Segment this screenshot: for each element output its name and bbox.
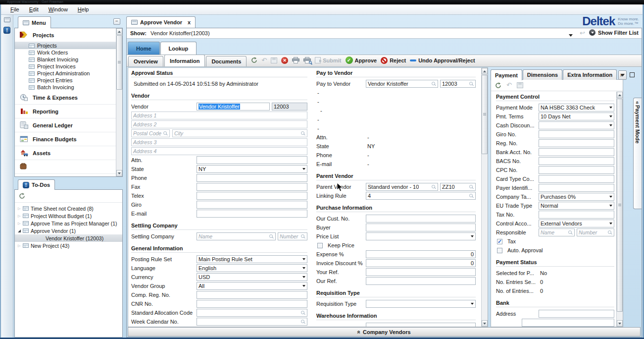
number-input[interactable]: 0	[366, 250, 476, 258]
text-input[interactable]	[197, 183, 307, 191]
panel-tab-payment[interactable]: Payment	[491, 69, 522, 80]
text-input[interactable]	[197, 291, 307, 299]
sidebar-item-project-entries[interactable]: Project Entries	[15, 77, 116, 84]
text-input[interactable]	[197, 201, 307, 209]
dropdown-state[interactable]: NY	[197, 165, 307, 173]
sidebar-item-blanket-invoicing[interactable]: Blanket Invoicing	[15, 56, 116, 63]
scroll-down-icon[interactable]	[617, 320, 623, 327]
text-input[interactable]	[539, 184, 614, 192]
scroll-down-icon[interactable]	[116, 170, 122, 176]
text-input[interactable]	[197, 210, 307, 218]
checkbox-tax[interactable]	[497, 239, 502, 244]
sidebar-item-project-invoices[interactable]: Project Invoices	[15, 63, 116, 70]
panel-tab-extra-information[interactable]: Extra Information	[563, 69, 617, 80]
text-input[interactable]	[539, 139, 614, 147]
lookup-number-input[interactable]: Number	[278, 232, 307, 240]
sidebar-module-time-expenses[interactable]: Time & Expenses	[15, 91, 116, 105]
menu-edit[interactable]: Edit	[25, 5, 43, 13]
text-input[interactable]	[539, 157, 614, 165]
sidebar-collapse-button[interactable]: −	[113, 18, 120, 25]
submit-button[interactable]: Submit	[315, 57, 341, 63]
dropdown-currency[interactable]: USD	[197, 273, 307, 281]
text-input[interactable]	[522, 319, 614, 327]
dropdown-price-list[interactable]	[366, 232, 476, 240]
search-input[interactable]	[197, 318, 307, 326]
expand-arrow-icon[interactable]: ▷	[18, 214, 23, 218]
subtab-information[interactable]: Information	[164, 55, 205, 66]
text-input[interactable]	[366, 215, 476, 223]
notifications-icon[interactable]: !	[3, 27, 10, 34]
scroll-up-icon[interactable]	[617, 92, 623, 98]
text-input[interactable]	[197, 174, 307, 182]
sidebar-item-project-administration[interactable]: Project Administration	[15, 70, 116, 77]
dropdown-payment-mode[interactable]: NA HSBC 3363 Check	[539, 104, 614, 112]
maximize-panel-icon[interactable]	[630, 72, 635, 77]
show-dropdown-icon[interactable]	[569, 32, 573, 38]
lookup-name-input[interactable]: Name	[197, 232, 276, 240]
lookup-number-input[interactable]: Number	[577, 228, 614, 236]
undo-icon[interactable]: ↶	[261, 57, 267, 63]
approve-button[interactable]: ✓Approve	[346, 56, 377, 64]
text-input[interactable]	[197, 156, 307, 164]
menu-help[interactable]: Help	[73, 5, 94, 13]
refresh-icon[interactable]	[251, 57, 257, 63]
text-input[interactable]	[539, 211, 614, 219]
tab-lookup[interactable]: Lookup	[160, 42, 197, 55]
address-input[interactable]: Address 1	[131, 112, 307, 119]
todo-item[interactable]: ▷Time Sheet not Created (8)	[15, 205, 122, 212]
expand-panel-icon[interactable]: »	[620, 71, 624, 78]
subtab-documents[interactable]: Documents	[206, 56, 247, 66]
reject-button[interactable]: Reject	[381, 57, 406, 64]
text-input[interactable]	[539, 310, 614, 318]
save-icon[interactable]	[271, 57, 277, 63]
vendor-name-input[interactable]: Vendor Kristoffer	[197, 103, 270, 111]
text-input[interactable]	[366, 323, 476, 327]
search-input[interactable]	[197, 309, 307, 317]
text-input[interactable]	[197, 192, 307, 200]
text-input[interactable]	[366, 277, 476, 285]
company-vendors-bar[interactable]: « Company Vendors	[128, 327, 641, 337]
undo-approval-button[interactable]: Undo Approval/Reject	[410, 57, 475, 63]
text-input[interactable]	[539, 166, 614, 174]
address-input[interactable]: Address 3	[131, 138, 307, 146]
close-tab-icon[interactable]: x	[188, 19, 191, 25]
expand-arrow-icon[interactable]: ▷	[18, 244, 23, 248]
lookup-number-input[interactable]: 12003	[440, 80, 476, 88]
text-input[interactable]	[539, 175, 614, 183]
dropdown-pmt-terms[interactable]: 10 Days Net	[539, 113, 614, 120]
address-input[interactable]: Address 4	[131, 147, 307, 155]
number-input[interactable]: 0	[366, 259, 476, 267]
sidebar-module-general-ledger[interactable]: General Ledger	[15, 118, 116, 132]
lookup-name-input[interactable]: Vendor Kristoffer	[366, 80, 438, 88]
show-filter-list-button[interactable]: Show Filter List	[589, 29, 639, 36]
panel-tab-dimensions[interactable]: Dimensions	[523, 69, 562, 80]
sidebar-item-batch-invoicing[interactable]: Batch Invoicing	[15, 84, 116, 91]
lookup-number-input[interactable]: ZZ10	[440, 183, 476, 191]
sidebar-module-more[interactable]	[15, 160, 116, 174]
dropdown-eu-trade-type[interactable]: Normal	[539, 202, 614, 210]
save-icon[interactable]	[517, 82, 523, 88]
text-input[interactable]	[539, 148, 614, 156]
text-input[interactable]	[366, 268, 476, 276]
sidebar-item-projects[interactable]: Projects	[15, 42, 116, 49]
menu-panel-tab[interactable]: Menu	[18, 16, 51, 28]
sidebar-module-assets[interactable]: Assets	[15, 146, 116, 160]
postal-code-input[interactable]: Postal Code	[131, 129, 170, 137]
payment-mode-side-tab[interactable]: « Payment Mode	[633, 98, 642, 209]
dropdown-control-acco-[interactable]: External Vendors	[539, 220, 614, 227]
sidebar-module-reporting[interactable]: Reporting	[15, 105, 116, 118]
subtab-overview[interactable]: Overview	[128, 56, 163, 66]
panel-scrollbar[interactable]	[616, 92, 623, 327]
form-scrollbar[interactable]	[481, 68, 488, 327]
expand-arrow-icon[interactable]: ▷	[18, 222, 23, 226]
print-preview-icon[interactable]	[303, 57, 311, 63]
menu-file[interactable]: File	[6, 5, 24, 13]
dropdown-cash-discoun-[interactable]	[539, 121, 614, 129]
undo-icon[interactable]: ↶	[506, 82, 512, 88]
dropdown-posting-rule-set[interactable]: Main Posting Rule Set	[197, 255, 307, 263]
sidebar-module-finance-budgets[interactable]: Finance Budgets	[15, 132, 116, 146]
todo-item[interactable]: Approve Vendor (1)	[15, 227, 122, 234]
todo-item[interactable]: ▷Approve Time as Project Manager (1)	[15, 220, 122, 227]
nav-back-icon[interactable]: ↩	[580, 29, 585, 37]
address-input[interactable]: Address 2	[131, 120, 307, 128]
